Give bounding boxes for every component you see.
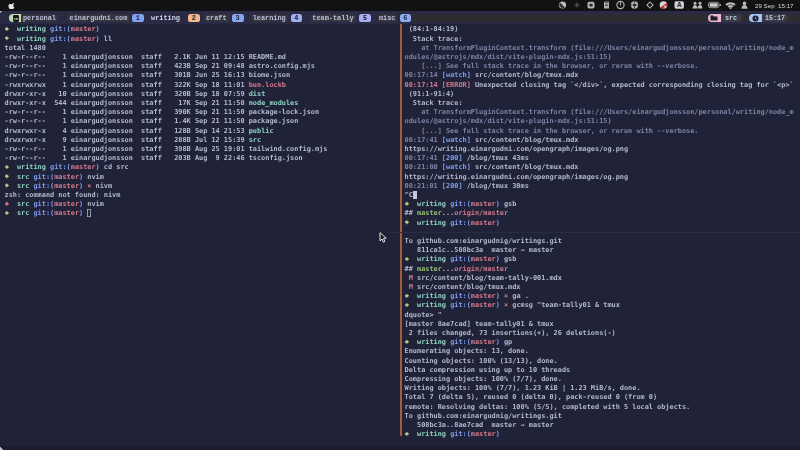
svg-text:A: A — [677, 1, 682, 8]
